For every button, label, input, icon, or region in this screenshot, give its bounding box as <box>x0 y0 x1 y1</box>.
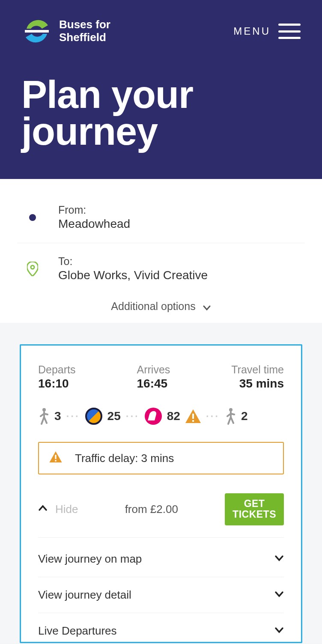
chevron-down-icon <box>274 552 284 566</box>
hide-toggle[interactable]: Hide <box>38 503 78 516</box>
chevron-down-icon <box>274 624 284 638</box>
hide-label: Hide <box>55 503 78 516</box>
leg-separator-icon: ··· <box>66 410 80 422</box>
arrives-col: Arrives 16:45 <box>137 364 170 391</box>
svg-point-1 <box>31 265 34 269</box>
menu-button[interactable]: MENU <box>233 24 301 39</box>
additional-options-toggle[interactable]: Additional options <box>17 290 305 313</box>
get-tickets-button[interactable]: GET TICKETS <box>225 493 284 525</box>
destination-pin-icon <box>21 262 45 276</box>
travel-time-col: Travel time 35 mins <box>231 364 284 391</box>
to-label: To: <box>58 255 208 268</box>
walk2-duration: 2 <box>241 409 248 423</box>
walk-icon <box>225 408 236 425</box>
svg-point-2 <box>42 408 46 411</box>
from-field[interactable]: From: Meadowhead <box>17 196 305 239</box>
bus2-number: 82 <box>167 409 180 423</box>
warning-icon <box>185 409 201 423</box>
arrives-value: 16:45 <box>137 377 170 391</box>
operator-badge-1-icon <box>85 408 102 425</box>
from-value: Meadowhead <box>58 217 130 231</box>
warning-icon <box>49 451 65 465</box>
svg-point-5 <box>229 408 233 411</box>
tickets-line2: TICKETS <box>233 509 276 520</box>
alert-text: Traffic delay: 3 mins <box>75 452 174 465</box>
route-legs-row: 3 ··· 25 ··· 82 ··· 2 <box>38 408 284 425</box>
times-row: Departs 16:10 Arrives 16:45 Travel time … <box>38 364 284 391</box>
additional-options-label: Additional options <box>111 300 195 313</box>
chevron-up-icon <box>38 503 48 516</box>
origin-dot-icon <box>21 214 45 221</box>
brand-line-1: Buses for <box>59 18 110 31</box>
journey-form: From: Meadowhead To: Globe Works, Vivid … <box>0 179 322 323</box>
top-bar: Buses for Sheffield MENU <box>21 12 301 51</box>
svg-rect-7 <box>55 460 56 461</box>
leg-separator-icon: ··· <box>206 410 220 422</box>
walk-icon <box>38 408 49 425</box>
travel-time-label: Travel time <box>231 364 284 376</box>
form-divider <box>17 243 305 243</box>
departs-label: Departs <box>38 364 76 376</box>
to-value: Globe Works, Vivid Creative <box>58 268 208 282</box>
hero-header: Buses for Sheffield MENU Plan your journ… <box>0 0 322 179</box>
journey-result-card: Departs 16:10 Arrives 16:45 Travel time … <box>20 344 302 643</box>
brand-logo[interactable]: Buses for Sheffield <box>21 16 110 47</box>
departs-col: Departs 16:10 <box>38 364 76 391</box>
svg-rect-4 <box>192 420 194 422</box>
operator-badge-2-icon <box>145 408 162 425</box>
walk1-duration: 3 <box>54 409 61 423</box>
page-title: Plan your journey <box>21 76 301 150</box>
bus1-number: 25 <box>107 409 121 423</box>
accordion-label: View journey on map <box>38 552 142 566</box>
brand-line-2: Sheffield <box>59 31 110 44</box>
to-field[interactable]: To: Globe Works, Vivid Creative <box>17 247 305 290</box>
arrives-label: Arrives <box>137 364 170 376</box>
traffic-alert: Traffic delay: 3 mins <box>38 442 284 474</box>
svg-rect-6 <box>55 455 56 459</box>
view-on-map-toggle[interactable]: View journey on map <box>38 541 284 577</box>
menu-label: MENU <box>233 25 271 37</box>
chevron-down-icon <box>274 588 284 602</box>
results-section: Departs 16:10 Arrives 16:45 Travel time … <box>0 323 322 643</box>
brand-text: Buses for Sheffield <box>59 18 110 44</box>
live-departures-toggle[interactable]: Live Departures <box>38 613 284 642</box>
departs-value: 16:10 <box>38 377 76 391</box>
tickets-line1: GET <box>233 498 276 509</box>
price-label: from £2.00 <box>125 503 178 516</box>
logo-icon <box>21 16 52 47</box>
hamburger-icon <box>278 24 301 39</box>
svg-rect-3 <box>192 414 194 419</box>
accordion-label: Live Departures <box>38 624 117 638</box>
leg-separator-icon: ··· <box>126 410 140 422</box>
travel-time-value: 35 mins <box>231 377 284 391</box>
accordion-label: View journey detail <box>38 588 131 602</box>
view-detail-toggle[interactable]: View journey detail <box>38 577 284 613</box>
chevron-down-icon <box>203 302 211 311</box>
from-label: From: <box>58 204 130 216</box>
actions-row: Hide from £2.00 GET TICKETS <box>38 493 284 538</box>
svg-rect-0 <box>25 30 49 33</box>
